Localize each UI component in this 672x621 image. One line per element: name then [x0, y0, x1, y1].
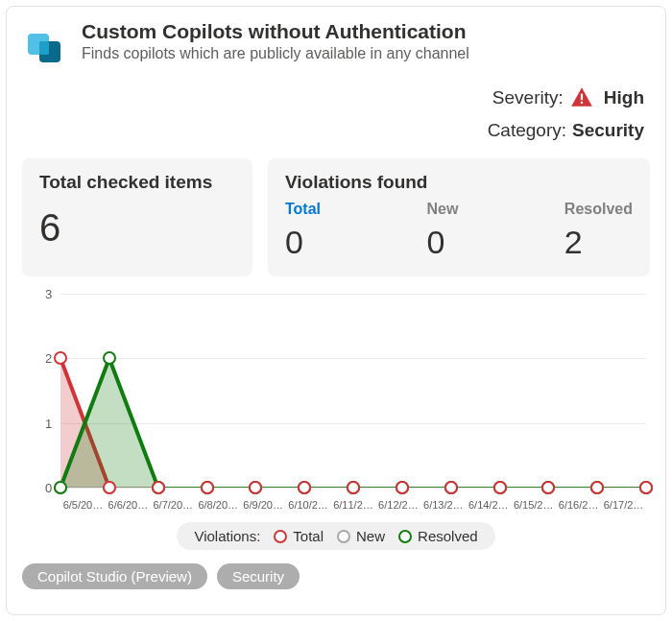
chart-legend: Violations: Total New Resolved	[177, 522, 494, 550]
chart-point-total[interactable]	[54, 351, 67, 365]
stats-row: Total checked items 6 Violations found T…	[22, 158, 650, 276]
chart-x-tick: 6/13/2…	[420, 499, 466, 511]
category-value: Security	[572, 120, 644, 141]
chart-plot	[60, 294, 646, 488]
chart-x-tick: 6/10/2…	[286, 499, 331, 511]
legend-marker-new-icon	[337, 530, 350, 543]
svg-rect-4	[581, 102, 583, 104]
violations-new-label: New	[426, 201, 458, 218]
severity-row: Severity: High	[492, 85, 644, 110]
chart-point-total[interactable]	[444, 481, 458, 494]
chart-x-tick: 6/17/2…	[601, 499, 646, 511]
chart-x-labels: 6/5/20…6/6/20…6/7/20…6/8/20…6/9/20…6/10/…	[60, 499, 646, 511]
chart-point-total[interactable]	[590, 481, 604, 494]
chart-x-tick: 6/9/20…	[241, 499, 286, 511]
category-label: Category:	[488, 120, 566, 141]
chart-x-tick: 6/11/2…	[331, 499, 376, 511]
chart-point-resolved[interactable]	[103, 351, 116, 365]
chart-point-total[interactable]	[493, 481, 507, 494]
chart-point-total[interactable]	[249, 481, 262, 494]
chart-x-tick: 6/16/2…	[556, 499, 601, 511]
svg-marker-7	[60, 358, 646, 488]
violations-title: Violations found	[285, 172, 633, 193]
chart-x-tick: 6/7/20…	[151, 499, 196, 511]
chart-y-tick: 2	[45, 351, 52, 366]
chart-point-total[interactable]	[152, 481, 165, 494]
legend-marker-resolved-icon	[398, 530, 412, 543]
legend-item-new[interactable]: New	[337, 528, 385, 544]
chart-point-total[interactable]	[103, 481, 116, 494]
chart-x-tick: 6/12/2…	[375, 499, 420, 511]
chart-x-tick: 6/8/20…	[196, 499, 241, 511]
violations-new-value: 0	[426, 224, 458, 261]
violations-box: Violations found Total 0 New 0 Resolved …	[268, 158, 650, 276]
legend-item-total[interactable]: Total	[274, 528, 324, 544]
legend-total-label: Total	[293, 528, 324, 544]
chart-point-resolved[interactable]	[54, 481, 67, 494]
meta-block: Severity: High Category: Security	[22, 85, 650, 141]
chart-y-tick: 1	[45, 416, 52, 430]
chart-svg	[60, 294, 646, 488]
violations-new-col: New 0	[426, 201, 458, 261]
legend-new-label: New	[356, 528, 385, 544]
chart: 6/5/20…6/6/20…6/7/20…6/8/20…6/9/20…6/10/…	[22, 284, 650, 514]
tag-copilot-studio[interactable]: Copilot Studio (Preview)	[22, 563, 207, 589]
page-subtitle: Finds copilots which are publicly availa…	[82, 45, 650, 62]
chart-x-tick: 6/5/20…	[60, 499, 106, 511]
chart-point-total[interactable]	[541, 481, 555, 494]
tags-row: Copilot Studio (Preview) Security	[22, 563, 650, 589]
chart-point-total[interactable]	[396, 481, 409, 494]
legend-marker-total-icon	[274, 530, 287, 543]
svg-rect-2	[39, 41, 49, 55]
category-row: Category: Security	[488, 120, 644, 141]
violations-resolved-label: Resolved	[564, 201, 633, 218]
tag-security[interactable]: Security	[217, 563, 300, 589]
header-text: Custom Copilots without Authentication F…	[82, 20, 650, 62]
legend-title: Violations:	[194, 528, 260, 544]
warning-triangle-icon	[569, 85, 594, 110]
card: Custom Copilots without Authentication F…	[6, 6, 666, 615]
chart-point-total[interactable]	[347, 481, 360, 494]
total-checked-value: 6	[39, 208, 235, 247]
chart-y-tick: 3	[45, 287, 52, 301]
chart-x-tick: 6/15/2…	[511, 499, 556, 511]
copilot-logo-icon	[22, 24, 68, 70]
violations-resolved-value: 2	[564, 224, 633, 261]
chart-point-total[interactable]	[201, 481, 214, 494]
severity-value: High	[604, 87, 644, 108]
svg-rect-3	[581, 94, 583, 101]
chart-point-total[interactable]	[298, 481, 311, 494]
header: Custom Copilots without Authentication F…	[22, 20, 650, 70]
violations-total-value: 0	[285, 224, 321, 261]
chart-x-tick: 6/6/20…	[106, 499, 151, 511]
legend-item-resolved[interactable]: Resolved	[398, 528, 478, 544]
violations-resolved-col: Resolved 2	[564, 201, 633, 261]
violations-total-label: Total	[285, 201, 321, 218]
legend-resolved-label: Resolved	[418, 528, 478, 544]
severity-label: Severity:	[492, 87, 564, 108]
total-checked-title: Total checked items	[39, 172, 235, 193]
total-checked-box: Total checked items 6	[22, 158, 252, 276]
violations-columns: Total 0 New 0 Resolved 2	[285, 201, 633, 261]
chart-x-tick: 6/14/2…	[466, 499, 511, 511]
violations-total-col: Total 0	[285, 201, 321, 261]
page-title: Custom Copilots without Authentication	[82, 20, 650, 43]
chart-y-tick: 0	[45, 481, 52, 495]
chart-point-total[interactable]	[639, 481, 653, 494]
